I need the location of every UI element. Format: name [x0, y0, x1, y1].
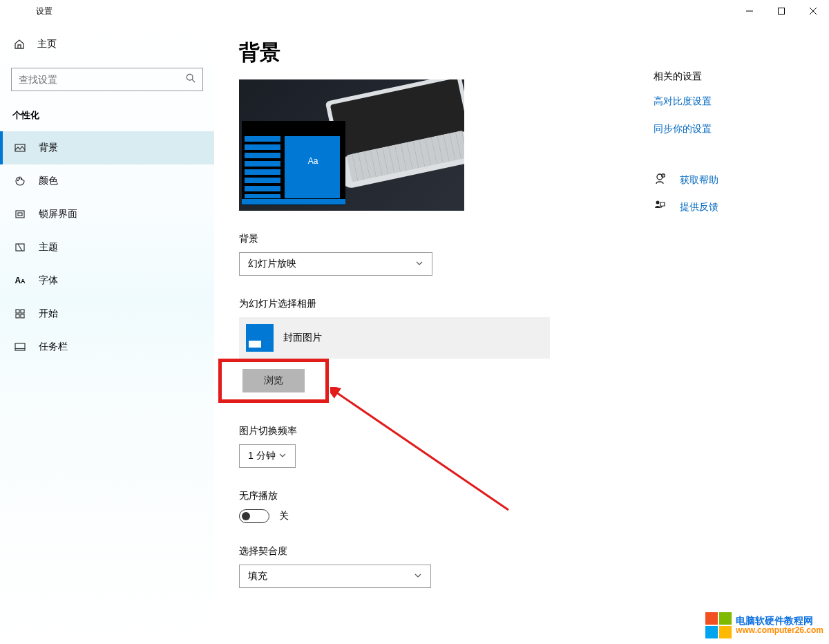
search-input[interactable]	[19, 74, 184, 85]
nav-colors[interactable]: 颜色	[0, 164, 214, 198]
svg-line-5	[192, 79, 195, 82]
nav-label: 开始	[39, 307, 58, 320]
search-icon	[186, 73, 196, 86]
link-high-contrast[interactable]: 高对比度设置	[654, 95, 718, 108]
svg-rect-17	[15, 343, 25, 350]
nav-label: 颜色	[39, 175, 58, 187]
nav-label: 主题	[39, 241, 58, 254]
browse-highlight: 浏览	[218, 359, 329, 403]
palette-icon	[14, 176, 26, 187]
background-dropdown[interactable]: 幻灯片放映	[239, 252, 432, 276]
feedback-icon	[654, 200, 666, 214]
chevron-down-icon	[415, 258, 423, 269]
nav-fonts[interactable]: AA 字体	[0, 264, 214, 297]
nav-label: 字体	[39, 274, 58, 287]
nav-lockscreen[interactable]: 锁屏界面	[0, 198, 214, 231]
font-icon: AA	[14, 276, 26, 285]
link-sync-settings[interactable]: 同步你的设置	[654, 123, 718, 135]
shuffle-label: 无序播放	[239, 490, 626, 502]
background-preview: Aa	[239, 79, 464, 211]
watermark-title: 电脑软硬件教程网	[736, 616, 823, 626]
svg-point-22	[656, 201, 660, 205]
fit-dropdown[interactable]: 填充	[239, 565, 431, 588]
start-icon	[14, 308, 26, 319]
dropdown-value: 填充	[248, 570, 267, 583]
window-controls	[734, 0, 829, 22]
theme-icon	[14, 242, 26, 253]
chevron-down-icon	[278, 451, 287, 462]
shuffle-value: 关	[279, 510, 289, 522]
maximize-button[interactable]	[765, 0, 797, 22]
folder-icon	[246, 324, 274, 352]
nav-background[interactable]: 背景	[0, 131, 214, 164]
sidebar: 主页 个性化 背景 颜色 锁屏界面 主题 AA 字体 开始	[0, 22, 214, 644]
nav-start[interactable]: 开始	[0, 297, 214, 330]
home-link[interactable]: 主页	[0, 29, 214, 59]
windows-logo-icon	[705, 612, 732, 638]
svg-point-4	[187, 74, 193, 80]
main-content: 背景 Aa 背景 幻灯片放映 为幻灯片选择相册 封面图片 浏览	[214, 22, 829, 644]
dropdown-value: 幻灯片放映	[248, 258, 296, 270]
browse-button[interactable]: 浏览	[242, 369, 305, 392]
taskbar-icon	[14, 341, 26, 352]
shuffle-toggle[interactable]	[239, 509, 269, 523]
page-title: 背景	[239, 39, 626, 67]
window-title: 设置	[36, 6, 53, 17]
help-icon: ?	[654, 173, 666, 187]
svg-rect-1	[779, 8, 785, 15]
related-title: 相关的设置	[654, 70, 718, 83]
svg-text:?: ?	[663, 174, 664, 177]
album-value: 封面图片	[283, 332, 322, 344]
svg-rect-16	[21, 314, 24, 318]
preview-text: Aa	[303, 153, 323, 169]
background-label: 背景	[239, 233, 626, 245]
dropdown-value: 1 分钟	[248, 450, 276, 462]
svg-rect-11	[18, 213, 22, 216]
help-label: 获取帮助	[680, 174, 718, 187]
watermark: 电脑软硬件教程网 www.computer26.com	[705, 612, 823, 638]
home-label: 主页	[37, 38, 57, 50]
nav-label: 任务栏	[39, 341, 68, 353]
feedback-label: 提供反馈	[680, 201, 718, 214]
help-link[interactable]: ? 获取帮助	[654, 173, 718, 187]
lockscreen-icon	[14, 209, 26, 220]
titlebar: 设置	[0, 0, 829, 22]
chevron-down-icon	[414, 571, 422, 582]
svg-rect-14	[21, 310, 24, 313]
fit-label: 选择契合度	[239, 545, 626, 558]
feedback-link[interactable]: 提供反馈	[654, 200, 718, 214]
album-label: 为幻灯片选择相册	[239, 298, 626, 310]
search-box[interactable]	[11, 68, 203, 91]
svg-rect-10	[16, 211, 24, 218]
nav-label: 锁屏界面	[39, 208, 77, 220]
section-title: 个性化	[0, 91, 214, 131]
svg-rect-13	[16, 310, 19, 313]
album-row[interactable]: 封面图片	[239, 317, 550, 359]
picture-icon	[14, 142, 26, 153]
frequency-label: 图片切换频率	[239, 425, 626, 437]
svg-point-9	[21, 178, 21, 179]
nav-taskbar[interactable]: 任务栏	[0, 330, 214, 363]
nav-label: 背景	[39, 142, 58, 154]
home-icon	[14, 39, 25, 50]
svg-point-8	[19, 178, 19, 179]
related-settings: 相关的设置 高对比度设置 同步你的设置 ? 获取帮助 提供反馈	[626, 39, 718, 644]
nav-themes[interactable]: 主题	[0, 231, 214, 264]
svg-rect-15	[16, 314, 19, 318]
watermark-url: www.computer26.com	[736, 626, 823, 635]
minimize-button[interactable]	[734, 0, 765, 22]
svg-point-7	[17, 180, 18, 180]
frequency-dropdown[interactable]: 1 分钟	[239, 444, 296, 468]
close-button[interactable]	[797, 0, 829, 22]
